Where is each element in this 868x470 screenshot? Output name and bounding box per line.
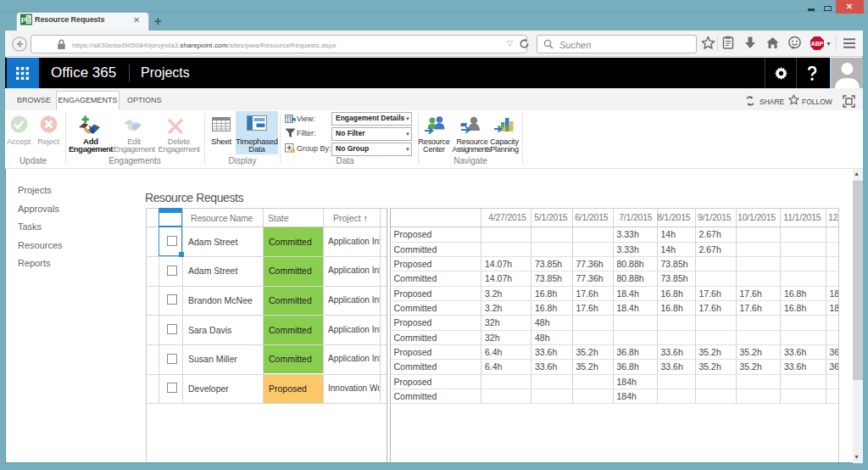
svg-text:ABP: ABP	[811, 41, 824, 47]
svg-text:P: P	[21, 15, 27, 25]
